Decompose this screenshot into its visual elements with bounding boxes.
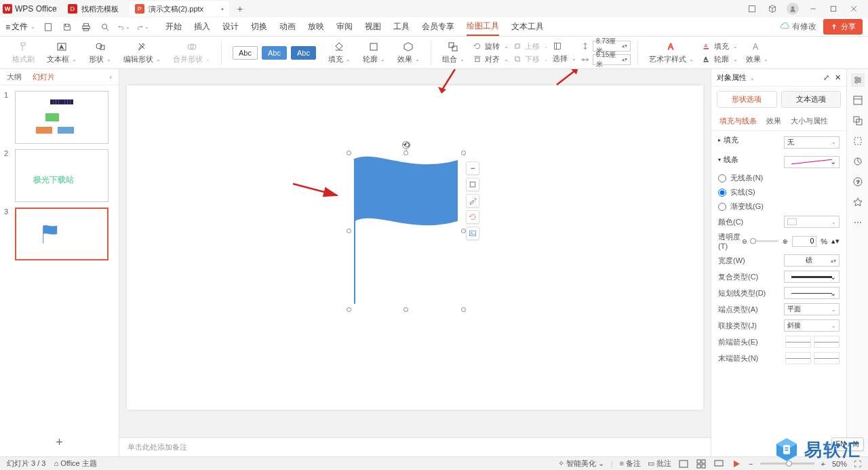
rb-fill[interactable]: 填充⌄: [324, 41, 355, 64]
thumb-1[interactable]: ████████: [15, 91, 108, 144]
rb-wordart[interactable]: A艺术字样式⌄: [645, 41, 698, 64]
sel-handle-br[interactable]: [461, 307, 466, 312]
pp-fill-select[interactable]: 无⌄: [784, 136, 840, 149]
menu-animation[interactable]: 动画: [279, 18, 296, 35]
sel-handle-tc[interactable]: [403, 151, 408, 155]
rs-select-icon[interactable]: [851, 134, 865, 148]
view-reading-icon[interactable]: [713, 458, 724, 469]
rs-help-icon[interactable]: ?: [851, 175, 865, 189]
rs-star-icon[interactable]: [851, 195, 865, 209]
rs-settings-icon[interactable]: [851, 73, 865, 87]
sel-handle-mr[interactable]: [461, 229, 466, 233]
rb-textbox[interactable]: A文本框⌄: [43, 41, 81, 64]
rb-select[interactable]: 选择⌄: [553, 54, 576, 64]
hamburger-icon[interactable]: ≡ 文件 ⌄: [5, 21, 35, 33]
rb-width[interactable]: 6.15厘米▴▾: [580, 54, 631, 65]
maximize-icon[interactable]: [827, 3, 840, 15]
view-slideshow-icon[interactable]: [731, 458, 742, 469]
save-icon[interactable]: [61, 21, 73, 33]
sb-comments[interactable]: ▭ 批注: [648, 458, 671, 469]
rb-outline[interactable]: 轮廓⌄: [359, 41, 389, 64]
pp-dash[interactable]: ⌄: [784, 287, 840, 299]
rb-rotate[interactable]: 旋转⌄: [473, 41, 509, 52]
tab-document[interactable]: P 演示文稿(2).pptx •: [130, 1, 229, 16]
rb-shape[interactable]: 形状⌄: [85, 41, 115, 64]
pp-arrow-start-2[interactable]: [814, 336, 840, 348]
tab-template[interactable]: D 找稻壳模板: [62, 1, 124, 16]
thumb-3[interactable]: [15, 208, 108, 260]
pp-radio-noline[interactable]: 无线条(N): [718, 173, 840, 183]
sp-tab-slides[interactable]: 幻灯片: [33, 72, 55, 82]
pp-tab-text[interactable]: 文本选项: [781, 91, 842, 108]
rb-effects2[interactable]: A效果⌄: [742, 41, 772, 64]
minimize-icon[interactable]: [807, 3, 819, 15]
rb-down[interactable]: 下移⌄: [513, 54, 549, 64]
ft-rect-icon[interactable]: [466, 178, 479, 191]
pp-sub-fillline[interactable]: 填充与线条: [719, 115, 757, 128]
rb-merge-shapes[interactable]: 合并形状⌄: [169, 41, 214, 64]
pp-sub-effects[interactable]: 效果: [766, 115, 781, 128]
pp-arrow-end-1[interactable]: [785, 352, 811, 364]
rs-more-icon[interactable]: ⋯: [851, 216, 865, 229]
pp-sec-fill[interactable]: ▸填充: [718, 135, 738, 145]
pp-width[interactable]: 磅▴▾: [784, 254, 840, 267]
pp-join[interactable]: 斜接⌄: [784, 319, 840, 332]
menu-tools[interactable]: 工具: [393, 18, 410, 35]
rs-layers-icon[interactable]: [851, 114, 865, 128]
sp-tab-outline[interactable]: 大纲: [7, 72, 22, 82]
menu-slideshow[interactable]: 放映: [308, 18, 324, 35]
rs-animation-icon[interactable]: [851, 155, 865, 168]
menu-view[interactable]: 视图: [365, 18, 381, 35]
tab-add[interactable]: +: [232, 3, 248, 14]
pp-opacity[interactable]: ⊖⊕ %▴▾: [742, 236, 840, 247]
pp-line-style[interactable]: ⌄: [784, 156, 840, 168]
sel-handle-bl[interactable]: [347, 307, 351, 312]
props-pin[interactable]: ⤢: [823, 73, 829, 82]
sel-handle-bc[interactable]: [403, 307, 408, 312]
selection-box[interactable]: ⟲ −: [349, 153, 463, 309]
ft-refresh-icon[interactable]: [466, 210, 479, 224]
menu-review[interactable]: 审阅: [336, 18, 353, 35]
style-chip-1[interactable]: Abc: [233, 46, 258, 60]
print-icon[interactable]: [80, 21, 92, 33]
sel-handle-tr[interactable]: [461, 151, 466, 155]
style-chip-2[interactable]: Abc: [262, 46, 287, 60]
pp-compound[interactable]: ⌄: [784, 271, 840, 283]
redo-icon[interactable]: ⌄: [137, 21, 149, 33]
menu-text-tools[interactable]: 文本工具: [511, 18, 544, 35]
slide-canvas[interactable]: ⟲ −: [127, 85, 703, 410]
notes-placeholder[interactable]: 单击此处添加备注: [119, 437, 711, 456]
cloud-sync[interactable]: 有修改: [780, 21, 816, 33]
new-icon[interactable]: [42, 21, 54, 33]
pp-arrow-start-1[interactable]: [785, 336, 811, 348]
menu-transition[interactable]: 切换: [251, 18, 267, 35]
ft-eyedropper-icon[interactable]: [466, 194, 479, 208]
style-chip-3[interactable]: Abc: [291, 46, 316, 60]
rb-effects[interactable]: 效果⌄: [393, 41, 424, 64]
flag-shape[interactable]: [349, 153, 463, 309]
thumb-2[interactable]: 极光下载站: [15, 149, 108, 202]
rb-select-pane[interactable]: [553, 41, 576, 51]
sp-collapse[interactable]: ‹: [110, 73, 112, 81]
sel-handle-ml[interactable]: [347, 229, 351, 233]
undo-icon[interactable]: ⌄: [118, 21, 130, 33]
add-slide[interactable]: +: [0, 429, 119, 456]
pp-sub-size[interactable]: 大小与属性: [791, 115, 828, 128]
view-sorter-icon[interactable]: [696, 458, 707, 469]
menu-design[interactable]: 设计: [222, 18, 239, 35]
pp-radio-grad[interactable]: 渐变线(G): [718, 201, 840, 212]
pp-color[interactable]: ⌄: [784, 216, 840, 228]
rotate-handle[interactable]: ⟲: [402, 141, 410, 149]
win-box-icon[interactable]: [746, 3, 758, 15]
rb-up[interactable]: 上移⌄: [513, 41, 549, 52]
sb-notes[interactable]: ≡ 备注: [620, 458, 641, 469]
rb-align[interactable]: 对齐⌄: [473, 54, 509, 64]
win-cube-icon[interactable]: [766, 3, 778, 15]
rb-outline2[interactable]: A轮廓⌄: [702, 54, 738, 64]
share-button[interactable]: 分享: [823, 19, 863, 35]
rb-fill2[interactable]: A填充⌄: [702, 41, 738, 52]
avatar-icon[interactable]: [787, 3, 799, 15]
rb-format-painter[interactable]: 格式刷: [8, 41, 39, 64]
sel-handle-tl[interactable]: [347, 151, 351, 155]
pp-sec-line[interactable]: ▾线条: [718, 155, 738, 165]
